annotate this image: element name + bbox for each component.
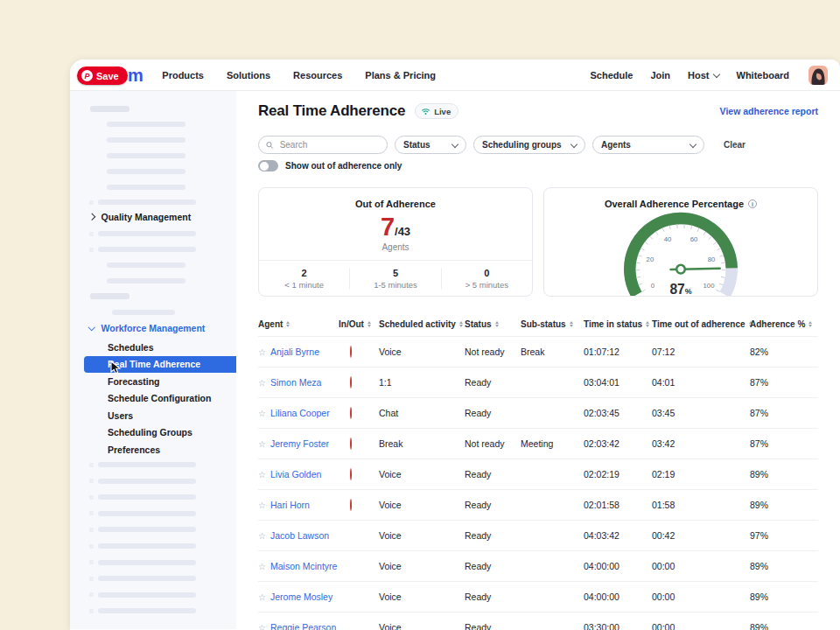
inout-cell xyxy=(339,500,379,510)
sidebar-item-scheduling-groups[interactable]: Scheduling Groups xyxy=(70,424,236,442)
column-header-agent[interactable]: Agent xyxy=(258,319,339,329)
nav-item-join[interactable]: Join xyxy=(650,70,670,80)
skeleton-bar xyxy=(98,231,196,236)
out-card-unit: Agents xyxy=(259,242,532,252)
scheduled-activity-cell: Voice xyxy=(379,530,465,541)
star-icon[interactable]: ☆ xyxy=(258,500,266,510)
table-header-row: AgentIn/OutScheduled activityStatusSub-s… xyxy=(258,312,818,336)
app-window: P Save m ProductsSolutionsResourcesPlans… xyxy=(70,60,840,630)
sidebar-item-quality-management[interactable]: Quality Management xyxy=(89,212,191,222)
sidebar-item-real-time-adherence[interactable]: Real Time Adherence xyxy=(84,356,236,374)
dropdown-scheduling-groups[interactable]: Scheduling groups xyxy=(473,136,585,154)
inout-cell xyxy=(339,346,379,357)
agent-link[interactable]: ☆Hari Horn xyxy=(258,500,339,510)
gauge-title-label: Overall Adherence Percentage xyxy=(605,199,744,209)
search-box[interactable] xyxy=(258,136,388,154)
nav-item-plans-pricing[interactable]: Plans & Pricing xyxy=(365,70,436,80)
search-icon xyxy=(266,141,274,150)
skeleton-bar xyxy=(90,293,130,299)
star-icon[interactable]: ☆ xyxy=(258,439,266,449)
column-header-sub-status[interactable]: Sub-status xyxy=(521,319,584,329)
scheduled-activity-cell: Voice xyxy=(379,561,465,571)
agent-link[interactable]: ☆Liliana Cooper xyxy=(258,408,339,418)
skeleton-chevron xyxy=(89,577,94,581)
miro-logo[interactable]: m xyxy=(128,66,143,84)
user-avatar[interactable] xyxy=(808,66,828,85)
sort-icon xyxy=(286,321,290,328)
star-icon[interactable]: ☆ xyxy=(258,347,266,357)
out-of-adherence-dot xyxy=(350,499,352,511)
info-icon[interactable]: i xyxy=(748,200,757,208)
column-header-status[interactable]: Status xyxy=(465,319,521,329)
nav-item-solutions[interactable]: Solutions xyxy=(227,70,270,80)
svg-text:100: 100 xyxy=(703,282,715,290)
window-body: Quality Management Workforce Management … xyxy=(70,91,840,629)
dropdown-status[interactable]: Status xyxy=(395,136,466,154)
time-out-of-adherence-cell: 00:00 xyxy=(652,592,750,602)
sidebar-item-users[interactable]: Users xyxy=(70,407,236,424)
inout-cell xyxy=(339,438,379,449)
wifi-icon xyxy=(421,108,430,116)
sidebar-item-schedule-configuration[interactable]: Schedule Configuration xyxy=(70,390,236,408)
dropdown-agents[interactable]: Agents xyxy=(592,136,704,154)
agent-link[interactable]: ☆Maison Mcintyre xyxy=(258,561,339,571)
clear-filters-button[interactable]: Clear xyxy=(724,140,746,150)
agent-name: Reggie Pearson xyxy=(270,622,336,630)
skeleton-bar xyxy=(107,137,186,143)
pinterest-save-label: Save xyxy=(96,71,119,81)
nav-right: ScheduleJoinHostWhiteboard xyxy=(591,66,828,85)
agent-link[interactable]: ☆Anjali Byrne xyxy=(258,346,339,357)
nav-item-products[interactable]: Products xyxy=(162,70,204,80)
gauge-card-title: Overall Adherence Percentage i xyxy=(544,199,817,209)
agent-link[interactable]: ☆Jeremy Foster xyxy=(258,438,339,449)
pinterest-save-button[interactable]: P Save xyxy=(77,66,128,85)
table-row: ☆Hari HornVoiceReady02:01:5801:5889% xyxy=(258,489,818,520)
agent-link[interactable]: ☆Jerome Mosley xyxy=(258,592,339,602)
table-row: ☆Anjali ByrneVoiceNot readyBreak01:07:12… xyxy=(258,336,818,367)
agent-link[interactable]: ☆Simon Meza xyxy=(258,377,339,388)
column-header-label: Time out of adherence xyxy=(652,319,746,329)
time-out-of-adherence-cell: 03:45 xyxy=(652,408,750,418)
column-header-scheduled-activity[interactable]: Scheduled activity xyxy=(379,319,465,329)
sidebar-item-forecasting[interactable]: Forecasting xyxy=(70,373,236,390)
breakdown-label: 1-5 minutes xyxy=(350,280,440,290)
agent-link[interactable]: ☆Livia Golden xyxy=(258,469,339,480)
agent-link[interactable]: ☆Reggie Pearson xyxy=(258,622,339,630)
column-header-in-out[interactable]: In/Out xyxy=(339,319,379,329)
view-adherence-report-link[interactable]: View adherence report xyxy=(720,106,818,116)
status-cell: Ready xyxy=(465,530,521,541)
time-in-status-cell: 01:07:12 xyxy=(584,346,652,357)
agent-link[interactable]: ☆Jacob Lawson xyxy=(258,530,339,541)
star-icon[interactable]: ☆ xyxy=(258,378,266,388)
nav-item-whiteboard[interactable]: Whiteboard xyxy=(737,70,790,80)
column-header-adherence[interactable]: Adherence % xyxy=(750,319,818,329)
sidebar-item-preferences[interactable]: Preferences xyxy=(70,441,236,458)
column-header-label: Time in status xyxy=(584,319,642,329)
star-icon[interactable]: ☆ xyxy=(258,562,266,571)
agent-name: Maison Mcintyre xyxy=(270,561,337,571)
sidebar-item-schedules[interactable]: Schedules xyxy=(70,339,236,356)
column-header-time-out-of-adherence[interactable]: Time out of adherence xyxy=(652,319,750,329)
nav-item-schedule[interactable]: Schedule xyxy=(591,70,634,80)
time-in-status-cell: 02:01:58 xyxy=(584,500,652,510)
skeleton-bar xyxy=(98,479,196,484)
star-icon[interactable]: ☆ xyxy=(258,470,266,480)
adherence-cell: 89% xyxy=(750,561,818,571)
time-in-status-cell: 04:00:00 xyxy=(584,592,652,602)
filter-bar: StatusScheduling groupsAgentsClear xyxy=(258,136,818,154)
star-icon[interactable]: ☆ xyxy=(258,409,266,418)
star-icon[interactable]: ☆ xyxy=(258,592,266,602)
adherence-cell: 89% xyxy=(750,469,818,480)
sort-icon xyxy=(495,321,499,328)
out-of-adherence-toggle[interactable] xyxy=(258,160,278,172)
search-input[interactable] xyxy=(278,139,380,150)
star-icon[interactable]: ☆ xyxy=(258,531,266,541)
breakdown-column: 0> 5 minutes xyxy=(441,268,532,290)
column-header-time-in-status[interactable]: Time in status xyxy=(584,319,652,329)
sidebar-item-workforce-management[interactable]: Workforce Management xyxy=(89,323,205,333)
skeleton-bar xyxy=(107,278,186,284)
nav-item-resources[interactable]: Resources xyxy=(293,70,342,80)
star-icon[interactable]: ☆ xyxy=(258,623,266,630)
table-row: ☆Liliana CooperChatReady02:03:4503:4587% xyxy=(258,397,818,428)
nav-item-host[interactable]: Host xyxy=(688,70,718,80)
